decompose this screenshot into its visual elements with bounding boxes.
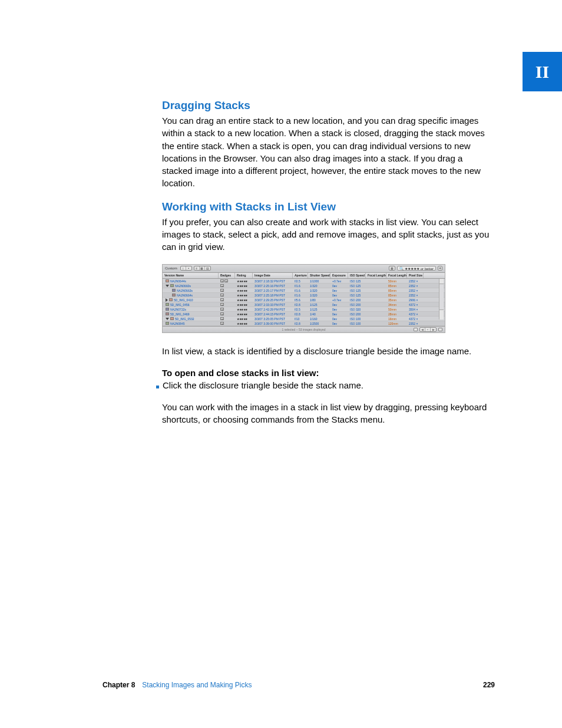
paragraph: In list view, a stack is identified by a… xyxy=(162,345,495,357)
gear-icon[interactable]: ✲ xyxy=(438,266,442,271)
cell-exposure: 0ev xyxy=(330,307,348,311)
cell-focal-2: 120mm xyxy=(386,321,407,325)
version-name-text: NA2N0722s xyxy=(170,308,186,311)
version-name-text: NA2N0660s xyxy=(175,284,191,288)
cell-shutter: 1/320 xyxy=(308,284,330,288)
status-text: 1 selected – 53 images displayed xyxy=(282,328,326,331)
col-iso[interactable]: ISO Speed xyxy=(348,273,366,278)
version-name-text: 5D_IMG_0456 xyxy=(170,303,190,307)
badge-icon: ⎆ xyxy=(220,298,224,301)
disclosure-triangle-icon[interactable] xyxy=(166,285,169,287)
table-row[interactable]: NA2N0845⎆★★★★★3/3/07 3:39:00 PM PSTf/2.8… xyxy=(163,321,445,326)
thumbnail-icon xyxy=(166,279,169,282)
disclosure-triangle-icon[interactable] xyxy=(166,318,169,320)
cell-focal-2: 16mm xyxy=(386,317,407,321)
list-view-figure: Custom ↕• ≡▦▤ ▦ 🔍 ★★★★★ or better ✲ Vers… xyxy=(162,264,445,333)
filter-toggle[interactable]: ▦ xyxy=(389,266,395,271)
col-version-name[interactable]: Version Name xyxy=(163,273,219,278)
cell-rating: ★★★★★ xyxy=(235,288,253,292)
cell-aperture: f/2.8 xyxy=(293,302,308,307)
cell-exposure: 0ev xyxy=(330,312,348,316)
thumbnail-icon xyxy=(170,284,174,287)
view-mode-segment[interactable]: ≡▦▤ xyxy=(194,266,211,271)
cell-pixel-size: 2352 × xyxy=(407,288,424,292)
cell-version-name: 5D_IMG_0410 xyxy=(163,298,219,302)
cell-date: 3/3/07 2:33:33 PM PST xyxy=(253,302,293,307)
col-aperture[interactable]: Aperture xyxy=(293,273,308,278)
cell-focal-2: 85mm xyxy=(386,288,407,292)
cell-aperture: f/1.6 xyxy=(293,288,308,292)
person-button[interactable] xyxy=(438,328,442,331)
cell-rating: ★★★★★ xyxy=(235,307,253,311)
cell-version-name: 5D_IMG_0532 xyxy=(163,317,219,321)
cell-date: 3/3/07 3:39:00 PM PST xyxy=(253,321,293,325)
table-row[interactable]: NA2N0644s⎆⎆★★★★★3/3/07 2:18:32 PM PSTf/2… xyxy=(163,279,445,284)
vertical-scrollbar[interactable] xyxy=(439,279,444,319)
badge-icon: ⎆ xyxy=(224,279,228,282)
col-image-date[interactable]: Image Date xyxy=(253,273,293,278)
cell-date: 3/3/07 2:29:25 PM PST xyxy=(253,298,293,302)
cell-shutter: 1/320 xyxy=(308,288,330,292)
table-row[interactable]: NA2N0664s⎆★★★★★3/3/07 2:25:18 PM PSTf/1.… xyxy=(163,293,445,298)
version-name-text: 5D_IMG_0469 xyxy=(170,312,190,316)
cell-iso: ISO 200 xyxy=(348,302,366,307)
cell-date: 3/3/07 2:18:32 PM PST xyxy=(253,279,293,283)
col-badges[interactable]: Badges xyxy=(219,273,235,278)
table-row[interactable]: 5D_IMG_0469⎆★★★★★3/3/07 2:44:15 PM PSTf/… xyxy=(163,312,445,317)
cell-shutter: 1/1000 xyxy=(308,279,330,283)
cell-aperture: f/1.6 xyxy=(293,293,308,297)
cell-badges: ⎆ xyxy=(219,284,235,288)
task-lead: To open and close stacks in list view: xyxy=(162,368,495,378)
cell-aperture: f/2.5 xyxy=(293,279,308,283)
cell-version-name: 5D_IMG_0469 xyxy=(163,312,219,316)
cell-shutter: 1/80 xyxy=(308,298,330,302)
table-row[interactable]: NA2N0722s⎆★★★★★3/3/07 2:42:29 PM PSTf/2.… xyxy=(163,307,445,312)
cell-badges: ⎆ xyxy=(219,298,235,302)
cell-version-name: NA2N0644s xyxy=(163,279,219,283)
table-row[interactable]: 5D_IMG_0456⎆★★★★★3/3/07 2:33:33 PM PSTf/… xyxy=(163,302,445,307)
cell-focal-1 xyxy=(366,298,386,302)
table-row[interactable]: NA2N0663s⎆★★★★★3/3/07 2:25:17 PM PSTf/1.… xyxy=(163,288,445,293)
cell-aperture: f/2.5 xyxy=(293,307,308,311)
col-rating[interactable]: Rating xyxy=(235,273,253,278)
col-focal-2[interactable]: Focal Length xyxy=(386,273,407,278)
cell-focal-2: 34mm xyxy=(386,302,407,307)
cell-date: 3/3/07 2:25:16 PM PST xyxy=(253,284,293,288)
cell-shutter: 1/125 xyxy=(308,302,330,307)
cell-focal-1 xyxy=(366,317,386,321)
chapter-title: Stacking Images and Making Picks xyxy=(142,681,252,689)
col-focal-1[interactable]: Focal Length xyxy=(366,273,386,278)
col-exposure[interactable]: Exposure xyxy=(330,273,348,278)
cell-focal-1 xyxy=(366,279,386,283)
cell-iso: ISO 320 xyxy=(348,307,366,311)
heading-list-view: Working with Stacks in List View xyxy=(162,200,495,213)
thumbnail-icon xyxy=(166,312,169,315)
table-row[interactable]: 5D_IMG_0410⎆★★★★★3/3/07 2:29:25 PM PSTf/… xyxy=(163,298,445,302)
cell-badges: ⎆⎆ xyxy=(219,279,235,283)
badge-icon: ⎆ xyxy=(220,303,224,306)
table-row[interactable]: 5D_IMG_0532⎆★★★★★3/3/07 3:25:05 PM PSTf/… xyxy=(163,317,445,321)
thumbnail-icon xyxy=(166,303,169,306)
cell-date: 3/3/07 2:42:29 PM PST xyxy=(253,307,293,311)
cell-aperture: f/1.6 xyxy=(293,284,308,288)
table-row[interactable]: NA2N0660s⎆★★★★★3/3/07 2:25:16 PM PSTf/1.… xyxy=(163,284,445,288)
filter-field[interactable]: 🔍 ★★★★★ or better xyxy=(397,266,436,271)
status-button[interactable] xyxy=(414,328,418,331)
cell-rating: ★★★★★ xyxy=(235,312,253,316)
paragraph: You can work with the images in a stack … xyxy=(162,401,495,426)
cell-exposure: +0.7ev xyxy=(330,279,348,283)
cell-exposure: +0.7ev xyxy=(330,298,348,302)
nav-segment[interactable]: ◀•▶ xyxy=(419,327,437,332)
cell-focal-2: 28mm xyxy=(386,312,407,316)
thumbnail-icon xyxy=(172,289,176,292)
main-column: Dragging Stacks You can drag an entire s… xyxy=(162,99,495,437)
disclosure-triangle-icon[interactable] xyxy=(166,298,168,302)
col-shutter-speed[interactable]: Shutter Speed xyxy=(308,273,330,278)
col-pixel-size[interactable]: Pixel Size xyxy=(407,273,424,278)
chapter-label: Chapter 8 xyxy=(103,681,135,689)
bullet-text: Click the disclosure triangle beside the… xyxy=(163,380,363,390)
cell-iso: ISO 100 xyxy=(348,317,366,321)
search-icon: 🔍 xyxy=(399,266,404,271)
cell-focal-2: 85mm xyxy=(386,284,407,288)
sort-direction-segment[interactable]: ↕• xyxy=(180,266,192,271)
